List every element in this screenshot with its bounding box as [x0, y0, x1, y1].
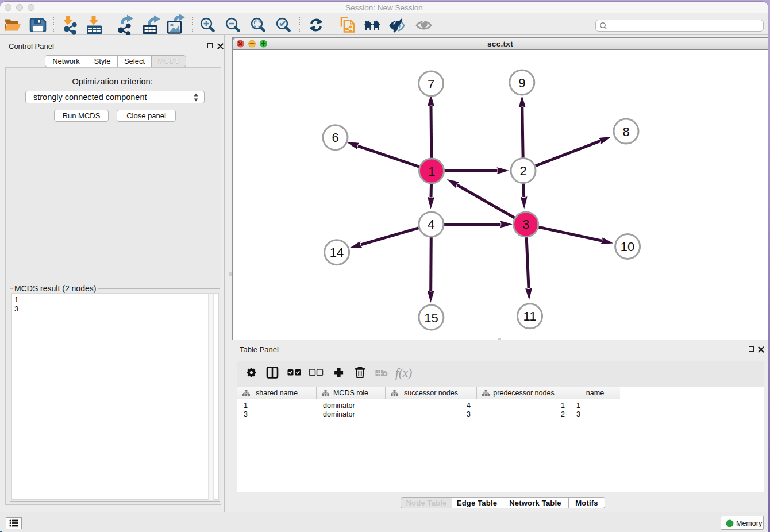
- svg-text:3: 3: [522, 217, 529, 232]
- svg-text:2: 2: [519, 164, 526, 178]
- svg-text:7: 7: [428, 77, 434, 91]
- svg-text:10: 10: [621, 240, 634, 254]
- svg-text:9: 9: [518, 76, 525, 90]
- svg-text:15: 15: [424, 311, 438, 325]
- svg-text:11: 11: [523, 309, 537, 323]
- svg-text:6: 6: [332, 130, 338, 145]
- svg-text:4: 4: [428, 217, 434, 232]
- svg-text:f(x): f(x): [395, 366, 412, 380]
- svg-text:8: 8: [622, 125, 629, 139]
- svg-text:1: 1: [428, 164, 435, 179]
- svg-text:14: 14: [330, 245, 344, 260]
